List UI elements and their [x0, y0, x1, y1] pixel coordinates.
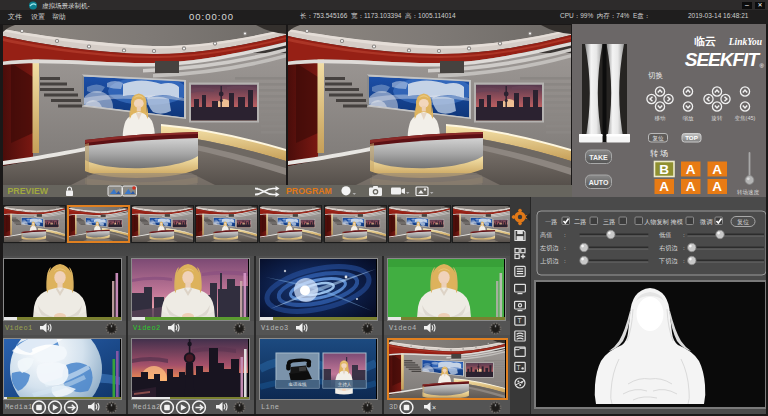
svg-text:复位: 复位: [653, 135, 665, 142]
svg-text:AUTO: AUTO: [589, 179, 609, 186]
svg-text:左切边: 左切边: [540, 244, 559, 252]
svg-text:A: A: [686, 162, 696, 177]
svg-text:LinkYou: LinkYou: [728, 37, 762, 47]
svg-text:SEEKFIT: SEEKFIT: [685, 49, 761, 70]
svg-text:转场: 转场: [650, 149, 670, 158]
svg-text:PROGRAM: PROGRAM: [286, 186, 332, 196]
svg-text:一路: 一路: [545, 218, 557, 226]
svg-text:电话连线: 电话连线: [289, 382, 308, 387]
svg-text:®: ®: [760, 63, 765, 69]
svg-text:变焦(45): 变焦(45): [735, 115, 756, 122]
svg-text:高值: 高值: [540, 231, 552, 238]
svg-text:临云: 临云: [694, 35, 716, 47]
svg-text:上切边: 上切边: [540, 257, 559, 265]
svg-text:TAKE: TAKE: [589, 154, 608, 161]
svg-text:B: B: [659, 162, 669, 177]
svg-text:旋转: 旋转: [711, 115, 724, 122]
svg-text::: :: [564, 257, 566, 264]
svg-text:A: A: [712, 162, 722, 177]
svg-text:二路: 二路: [574, 218, 586, 226]
svg-text::: :: [683, 231, 685, 238]
svg-text:转场速度: 转场速度: [737, 189, 760, 196]
svg-text:缩放: 缩放: [683, 115, 695, 122]
svg-text:A: A: [686, 179, 696, 194]
svg-text:TOP: TOP: [685, 134, 698, 141]
svg-text:T: T: [517, 317, 521, 324]
svg-text::: :: [683, 257, 685, 264]
svg-text:下切边: 下切边: [659, 257, 678, 265]
svg-text:人物复制 掩模: 人物复制 掩模: [644, 218, 683, 226]
svg-text:切换: 切换: [648, 71, 664, 80]
svg-text::: :: [683, 244, 685, 251]
svg-text:T: T: [517, 364, 521, 371]
svg-text:右切边: 右切边: [659, 244, 678, 252]
svg-text::: :: [564, 231, 566, 238]
svg-text:三路: 三路: [603, 218, 615, 226]
svg-text:×: ×: [432, 404, 436, 411]
svg-text:移动: 移动: [655, 115, 667, 122]
svg-text:A: A: [659, 179, 669, 194]
svg-text:A: A: [712, 179, 722, 194]
svg-text::: :: [564, 244, 566, 251]
svg-text:微调: 微调: [699, 218, 712, 226]
svg-text:低值: 低值: [659, 231, 671, 238]
svg-text:PREVIEW: PREVIEW: [8, 186, 49, 196]
svg-text:复位: 复位: [737, 219, 749, 226]
